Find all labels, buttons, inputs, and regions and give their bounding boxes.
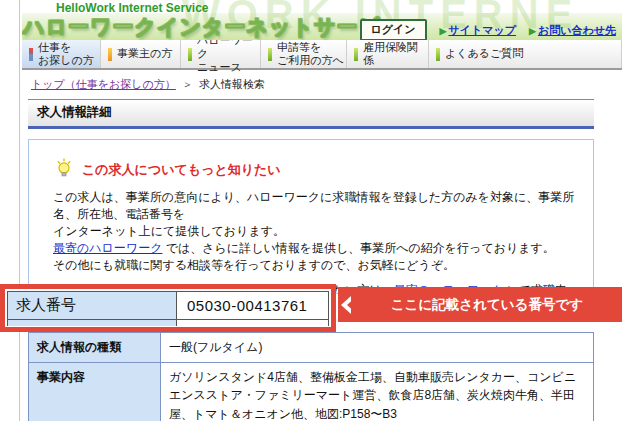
job-number-callout: ここに記載されている番号です [338,287,622,322]
row-value: ガソリンスタンド4店舗、整備板金工場、自動車販売レンタカー、コンビニエンスストア… [161,362,594,421]
contact-link[interactable]: ▶お問い合わせ先 [529,23,616,38]
paragraph-text: この求人は、事業所の意向により、ハローワークに求職情報を登録した方のみを対象に、… [53,190,574,238]
breadcrumb-separator: ＞ [182,78,193,90]
login-button[interactable]: ログイン [360,19,427,40]
page-left-border [19,0,20,421]
tab-marker-icon [29,48,33,61]
callout-text: ここに記載されている番号です [391,296,583,314]
breadcrumb-current: 求人情報検索 [199,78,265,90]
job-number-highlight-box: 求人番号 05030-00413761 [0,284,336,332]
job-number-value: 05030-00413761 [177,291,329,320]
tab-employment-insurance[interactable]: 雇用保険関係 [347,40,429,68]
tab-label: 仕事を [38,41,94,54]
main-nav: 仕事をお探しの方 事業主の方 ハローワークニュース 申請等をご利用の方へ 雇用保… [22,40,622,70]
site-header: WORK INTERNE HelloWork Internet Service … [22,0,622,40]
job-number-label: 求人番号 [7,291,177,320]
info-box-heading: この求人についてもっと知りたい [82,161,281,179]
triangle-arrow-icon: ▶ [440,26,447,36]
tab-marker-icon [108,48,112,61]
tab-faq[interactable]: よくあるご質問 [429,40,622,68]
nearest-hellowork-link[interactable]: 最寄のハローワーク [53,241,162,255]
breadcrumb-top-link[interactable]: トップ（仕事をお探しの方） [31,78,176,90]
page-title: 求人情報詳細 [28,99,594,129]
table-row: 事業内容 ガソリンスタンド4店舗、整備板金工場、自動車販売レンタカー、コンビニエ… [29,362,594,421]
tab-label: 事業主の方 [117,47,172,60]
tab-marker-icon [354,48,358,61]
job-info-box: この求人についてもっと知りたい この求人は、事業所の意向により、ハローワークに求… [28,139,594,294]
tab-label: ニュース [197,61,260,74]
tab-label: ご利用の方へ [277,54,344,67]
tab-marker-icon [436,48,440,61]
next-row-sliver [7,320,329,326]
triangle-arrow-icon: ▶ [529,26,536,36]
row-value: 一般(フルタイム) [161,333,594,363]
tab-marker-icon [188,48,192,61]
sitemap-link[interactable]: ▶サイトマップ [440,23,516,38]
breadcrumb: トップ（仕事をお探しの方） ＞ 求人情報検索 [22,70,622,94]
tab-label: 申請等を [277,41,344,54]
tab-label: よくあるご質問 [445,47,523,60]
tab-hellowork-news[interactable]: ハローワークニュース [181,40,261,68]
info-paragraph-1: この求人は、事業所の意向により、ハローワークに求職情報を登録した方のみを対象に、… [53,189,579,274]
tab-label: 雇用保険関係 [363,41,428,67]
page: WORK INTERNE HelloWork Internet Service … [22,0,622,421]
tab-job-seekers[interactable]: 仕事をお探しの方 [22,40,101,68]
site-logo-title: ハローワークインターネットサービス [23,13,403,40]
header-utility-links: ログイン ▶サイトマップ ▶お問い合わせ先 [360,19,616,40]
table-row: 求人情報の種類 一般(フルタイム) [29,333,594,363]
job-detail-table: 求人情報の種類 一般(フルタイム) 事業内容 ガソリンスタンド4店舗、整備板金工… [28,332,594,421]
row-label: 求人情報の種類 [29,333,161,363]
row-label: 事業内容 [29,362,161,421]
tab-marker-icon [268,48,272,61]
lightbulb-icon [55,158,73,181]
tab-employers[interactable]: 事業主の方 [101,40,181,68]
tab-label: お探しの方 [38,54,94,67]
tab-applications[interactable]: 申請等をご利用の方へ [261,40,347,68]
